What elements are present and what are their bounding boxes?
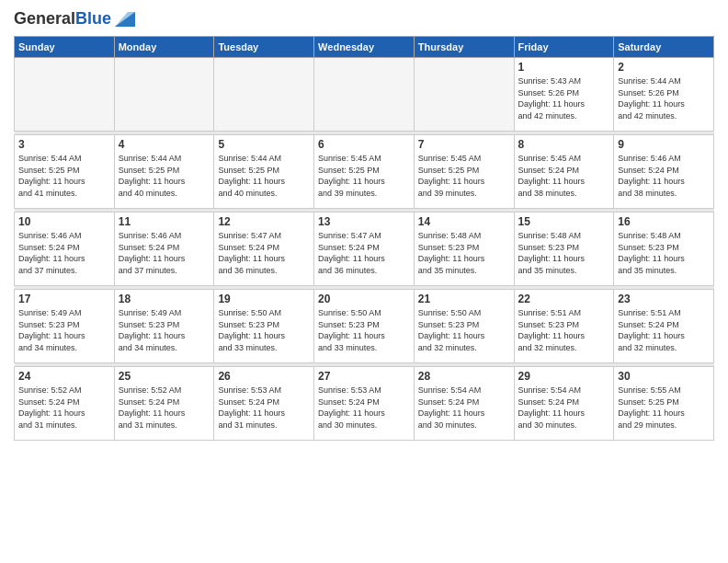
calendar-week-row: 17Sunrise: 5:49 AM Sunset: 5:23 PM Dayli… [15, 290, 714, 363]
day-info: Sunrise: 5:55 AM Sunset: 5:25 PM Dayligh… [618, 385, 710, 431]
calendar-day: 6Sunrise: 5:45 AM Sunset: 5:25 PM Daylig… [314, 135, 415, 209]
calendar-table: SundayMondayTuesdayWednesdayThursdayFrid… [14, 36, 714, 441]
day-info: Sunrise: 5:44 AM Sunset: 5:25 PM Dayligh… [119, 153, 210, 199]
calendar-day: 26Sunrise: 5:53 AM Sunset: 5:24 PM Dayli… [214, 367, 314, 441]
day-number: 24 [18, 370, 110, 383]
calendar-day: 24Sunrise: 5:52 AM Sunset: 5:24 PM Dayli… [15, 367, 115, 441]
weekday-header-friday: Friday [514, 37, 614, 58]
calendar-day [214, 58, 314, 132]
day-number: 2 [618, 61, 710, 74]
calendar-day: 12Sunrise: 5:47 AM Sunset: 5:24 PM Dayli… [214, 213, 314, 286]
calendar-day: 16Sunrise: 5:48 AM Sunset: 5:23 PM Dayli… [614, 213, 714, 286]
calendar-day: 15Sunrise: 5:48 AM Sunset: 5:23 PM Dayli… [514, 213, 614, 286]
day-number: 23 [618, 293, 710, 305]
day-info: Sunrise: 5:45 AM Sunset: 5:25 PM Dayligh… [418, 153, 510, 199]
day-number: 12 [218, 215, 310, 228]
day-number: 10 [18, 215, 110, 228]
logo-text: GeneralBlue [14, 9, 111, 29]
day-number: 18 [119, 293, 210, 305]
weekday-header-wednesday: Wednesday [314, 37, 415, 58]
calendar-day: 3Sunrise: 5:44 AM Sunset: 5:25 PM Daylig… [15, 135, 115, 209]
day-info: Sunrise: 5:48 AM Sunset: 5:23 PM Dayligh… [518, 230, 610, 276]
day-info: Sunrise: 5:50 AM Sunset: 5:23 PM Dayligh… [418, 307, 510, 353]
day-number: 27 [318, 370, 410, 383]
calendar-day: 29Sunrise: 5:54 AM Sunset: 5:24 PM Dayli… [514, 367, 614, 441]
day-number: 20 [318, 293, 410, 305]
day-number: 11 [119, 215, 210, 228]
day-info: Sunrise: 5:46 AM Sunset: 5:24 PM Dayligh… [18, 230, 110, 276]
weekday-header-sunday: Sunday [15, 37, 115, 58]
day-number: 19 [218, 293, 310, 305]
day-info: Sunrise: 5:46 AM Sunset: 5:24 PM Dayligh… [119, 230, 210, 276]
day-number: 30 [618, 370, 710, 383]
day-number: 1 [518, 61, 610, 74]
day-number: 8 [518, 138, 610, 151]
calendar-day: 18Sunrise: 5:49 AM Sunset: 5:23 PM Dayli… [114, 290, 214, 363]
calendar-day: 7Sunrise: 5:45 AM Sunset: 5:25 PM Daylig… [414, 135, 514, 209]
calendar-day: 14Sunrise: 5:48 AM Sunset: 5:23 PM Dayli… [414, 213, 514, 286]
weekday-header-row: SundayMondayTuesdayWednesdayThursdayFrid… [15, 37, 714, 58]
calendar-day: 2Sunrise: 5:44 AM Sunset: 5:26 PM Daylig… [614, 58, 714, 132]
day-number: 25 [119, 370, 210, 383]
calendar-day: 17Sunrise: 5:49 AM Sunset: 5:23 PM Dayli… [15, 290, 115, 363]
day-info: Sunrise: 5:48 AM Sunset: 5:23 PM Dayligh… [618, 230, 710, 276]
weekday-header-monday: Monday [114, 37, 214, 58]
day-number: 17 [18, 293, 110, 305]
calendar-day: 19Sunrise: 5:50 AM Sunset: 5:23 PM Dayli… [214, 290, 314, 363]
calendar-day: 1Sunrise: 5:43 AM Sunset: 5:26 PM Daylig… [514, 58, 614, 132]
day-number: 26 [218, 370, 310, 383]
calendar-day [414, 58, 514, 132]
calendar-day [15, 58, 115, 132]
day-info: Sunrise: 5:49 AM Sunset: 5:23 PM Dayligh… [119, 307, 210, 353]
day-info: Sunrise: 5:45 AM Sunset: 5:24 PM Dayligh… [518, 153, 610, 199]
day-number: 21 [418, 293, 510, 305]
calendar-day: 25Sunrise: 5:52 AM Sunset: 5:24 PM Dayli… [114, 367, 214, 441]
day-number: 6 [318, 138, 410, 151]
day-info: Sunrise: 5:44 AM Sunset: 5:25 PM Dayligh… [218, 153, 310, 199]
calendar-day: 20Sunrise: 5:50 AM Sunset: 5:23 PM Dayli… [314, 290, 415, 363]
day-info: Sunrise: 5:52 AM Sunset: 5:24 PM Dayligh… [119, 385, 210, 431]
calendar-week-row: 10Sunrise: 5:46 AM Sunset: 5:24 PM Dayli… [15, 213, 714, 286]
calendar-day [314, 58, 415, 132]
calendar-week-row: 24Sunrise: 5:52 AM Sunset: 5:24 PM Dayli… [15, 367, 714, 441]
logo: GeneralBlue [14, 9, 135, 29]
calendar-day: 4Sunrise: 5:44 AM Sunset: 5:25 PM Daylig… [114, 135, 214, 209]
day-info: Sunrise: 5:54 AM Sunset: 5:24 PM Dayligh… [518, 385, 610, 431]
weekday-header-thursday: Thursday [414, 37, 514, 58]
day-number: 4 [119, 138, 210, 151]
weekday-header-tuesday: Tuesday [214, 37, 314, 58]
day-number: 5 [218, 138, 310, 151]
calendar-day: 21Sunrise: 5:50 AM Sunset: 5:23 PM Dayli… [414, 290, 514, 363]
day-info: Sunrise: 5:51 AM Sunset: 5:23 PM Dayligh… [518, 307, 610, 353]
calendar-day: 8Sunrise: 5:45 AM Sunset: 5:24 PM Daylig… [514, 135, 614, 209]
day-number: 16 [618, 215, 710, 228]
day-info: Sunrise: 5:43 AM Sunset: 5:26 PM Dayligh… [518, 75, 610, 121]
calendar-day: 28Sunrise: 5:54 AM Sunset: 5:24 PM Dayli… [414, 367, 514, 441]
day-number: 15 [518, 215, 610, 228]
day-number: 14 [418, 215, 510, 228]
day-info: Sunrise: 5:52 AM Sunset: 5:24 PM Dayligh… [18, 385, 110, 431]
day-info: Sunrise: 5:45 AM Sunset: 5:25 PM Dayligh… [318, 153, 410, 199]
calendar-day: 30Sunrise: 5:55 AM Sunset: 5:25 PM Dayli… [614, 367, 714, 441]
day-info: Sunrise: 5:53 AM Sunset: 5:24 PM Dayligh… [318, 385, 410, 431]
calendar-day: 13Sunrise: 5:47 AM Sunset: 5:24 PM Dayli… [314, 213, 415, 286]
day-number: 3 [18, 138, 110, 151]
calendar-day: 22Sunrise: 5:51 AM Sunset: 5:23 PM Dayli… [514, 290, 614, 363]
day-number: 22 [518, 293, 610, 305]
weekday-header-saturday: Saturday [614, 37, 714, 58]
day-number: 29 [518, 370, 610, 383]
day-info: Sunrise: 5:54 AM Sunset: 5:24 PM Dayligh… [418, 385, 510, 431]
calendar-day [114, 58, 214, 132]
day-info: Sunrise: 5:44 AM Sunset: 5:26 PM Dayligh… [618, 75, 710, 121]
day-info: Sunrise: 5:46 AM Sunset: 5:24 PM Dayligh… [618, 153, 710, 199]
calendar-day: 5Sunrise: 5:44 AM Sunset: 5:25 PM Daylig… [214, 135, 314, 209]
calendar-day: 10Sunrise: 5:46 AM Sunset: 5:24 PM Dayli… [15, 213, 115, 286]
svg-marker-1 [115, 12, 135, 27]
day-info: Sunrise: 5:50 AM Sunset: 5:23 PM Dayligh… [218, 307, 310, 353]
day-info: Sunrise: 5:50 AM Sunset: 5:23 PM Dayligh… [318, 307, 410, 353]
calendar-day: 27Sunrise: 5:53 AM Sunset: 5:24 PM Dayli… [314, 367, 415, 441]
calendar-day: 9Sunrise: 5:46 AM Sunset: 5:24 PM Daylig… [614, 135, 714, 209]
day-info: Sunrise: 5:44 AM Sunset: 5:25 PM Dayligh… [18, 153, 110, 199]
day-info: Sunrise: 5:47 AM Sunset: 5:24 PM Dayligh… [318, 230, 410, 276]
day-info: Sunrise: 5:48 AM Sunset: 5:23 PM Dayligh… [418, 230, 510, 276]
